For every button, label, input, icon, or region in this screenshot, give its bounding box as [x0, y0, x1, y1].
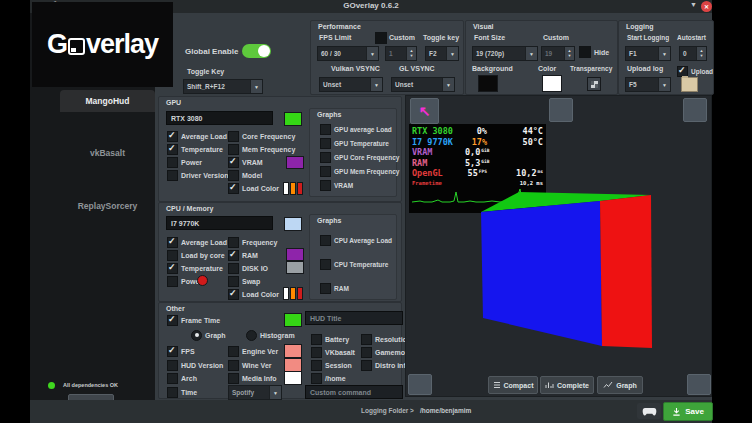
radio-button[interactable] [191, 330, 202, 341]
radio-button[interactable] [246, 330, 257, 341]
gpu-name-input[interactable] [166, 111, 273, 125]
fps-limit-select[interactable]: 60 / 30 ▼ [317, 46, 379, 61]
checkbox[interactable] [167, 387, 178, 398]
checkbox[interactable] [320, 180, 331, 191]
checkbox[interactable] [228, 144, 239, 155]
checkbox[interactable] [228, 131, 239, 142]
gpu-color-swatch[interactable] [284, 112, 302, 126]
other-check-distro-info[interactable]: Distro info [361, 360, 410, 370]
checkbox[interactable] [228, 183, 239, 194]
cpu-check-disk-io[interactable]: DISK IO [228, 263, 268, 273]
gpu-check-mem-frequency[interactable]: Mem Frequency [228, 144, 295, 154]
checkbox[interactable] [167, 360, 178, 371]
cpu-graph-temperature[interactable]: CPU Temperature [320, 259, 388, 269]
position-bottom-left-button[interactable] [408, 374, 432, 395]
compact-mode-button[interactable]: Compact [488, 376, 538, 394]
other-check-home[interactable]: /home [311, 373, 346, 383]
start-logging-select[interactable]: F1 ▼ [625, 46, 671, 61]
logging-folder-label[interactable]: Logging Folder > [361, 407, 414, 414]
load-color-mid[interactable] [290, 287, 296, 300]
checkbox[interactable] [320, 235, 331, 246]
load-color-low[interactable] [283, 287, 289, 300]
other-check-hud-version[interactable]: HUD Version [167, 360, 223, 370]
checkbox[interactable] [167, 263, 178, 274]
gpu-graph-temperature[interactable]: GPU Temperature [320, 138, 389, 148]
checkbox[interactable] [320, 152, 331, 163]
checkbox[interactable] [677, 66, 688, 77]
other-check-battery[interactable]: Battery [311, 334, 349, 344]
other-check-vkbasalt[interactable]: VKbasalt [311, 347, 355, 357]
gpu-check-vram[interactable]: VRAM [228, 157, 263, 167]
checkbox[interactable] [228, 360, 239, 371]
wine-ver-color-swatch[interactable] [284, 358, 302, 372]
gpu-graph-average-load[interactable]: GPU average Load [320, 124, 392, 134]
upload-checkbox-row[interactable]: Upload [677, 66, 713, 76]
load-color-mid[interactable] [290, 182, 296, 195]
vulkan-vsync-select[interactable]: Unset ▼ [319, 77, 383, 92]
gpu-graph-core-frequency[interactable]: GPU Core Frequency [320, 152, 399, 162]
checkbox[interactable] [320, 283, 331, 294]
position-top-left-button[interactable]: ↖ [410, 98, 439, 124]
gamepad-button[interactable] [637, 403, 661, 419]
gl-vsync-select[interactable]: Unset ▼ [391, 77, 455, 92]
gpu-graph-mem-frequency[interactable]: GPU Mem Frequency [320, 166, 399, 176]
gpu-check-power[interactable]: Power [167, 157, 202, 167]
cpu-check-load-color[interactable]: Load Color [228, 289, 279, 299]
cpu-name-input[interactable] [166, 216, 273, 230]
checkbox[interactable] [228, 237, 239, 248]
media-info-color-swatch[interactable] [284, 371, 302, 385]
sidebar-item-vkbasalt[interactable]: vkBasalt [60, 146, 155, 160]
complete-mode-button[interactable]: Complete [540, 376, 594, 394]
other-check-engine-ver[interactable]: Engine Ver [228, 346, 278, 356]
other-check-wine-ver[interactable]: Wine Ver [228, 360, 272, 370]
checkbox[interactable] [228, 276, 239, 287]
other-check-time[interactable]: Time [167, 387, 197, 397]
checkbox[interactable] [167, 346, 178, 357]
checkbox[interactable] [167, 315, 178, 326]
global-enable-toggle[interactable] [242, 44, 271, 58]
cpu-check-average-load[interactable]: Average Load [167, 237, 227, 247]
stepper-arrows[interactable]: ▲▼ [696, 47, 706, 60]
ram-color-swatch[interactable] [286, 248, 304, 261]
cpu-load-color-swatches[interactable] [283, 287, 303, 300]
sidebar-item-mangohud[interactable]: MangoHud [60, 90, 155, 112]
position-top-right-button[interactable] [683, 98, 707, 122]
other-check-session[interactable]: Session [311, 360, 352, 370]
stepper-arrows[interactable]: ▲▼ [564, 47, 574, 60]
checkbox[interactable] [228, 289, 239, 300]
chevron-down-icon[interactable]: ▼ [690, 1, 697, 8]
checkbox[interactable] [361, 334, 372, 345]
folder-button[interactable] [681, 77, 698, 92]
checkbox[interactable] [320, 166, 331, 177]
sidebar-item-replaysorcery[interactable]: ReplaySorcery [60, 199, 155, 213]
other-check-fps[interactable]: FPS [167, 346, 195, 356]
other-check-arch[interactable]: Arch [167, 373, 197, 383]
cpu-check-temperature[interactable]: Temperature [167, 263, 223, 273]
stepper-arrows[interactable]: ▲▼ [406, 47, 416, 60]
gpu-check-driver-version[interactable]: Driver Version [167, 170, 228, 180]
checkbox[interactable] [311, 347, 322, 358]
cpu-color-swatch[interactable] [284, 217, 302, 231]
frame-time-checkbox-row[interactable]: Frame Time [167, 315, 220, 325]
cpu-power-color-swatch[interactable] [197, 275, 208, 286]
transparency-button[interactable] [587, 77, 601, 91]
load-color-low[interactable] [283, 182, 289, 195]
cpu-check-frequency[interactable]: Frequency [228, 237, 277, 247]
cpu-check-load-by-core[interactable]: Load by core [167, 250, 225, 260]
checkbox[interactable] [228, 170, 239, 181]
media-source-select[interactable]: Spotify ▼ [228, 385, 282, 400]
upload-log-select[interactable]: F5 ▼ [625, 77, 671, 92]
other-check-resolution[interactable]: Resolution [361, 334, 411, 344]
checkbox[interactable] [311, 334, 322, 345]
checkbox[interactable] [320, 124, 331, 135]
cpu-graph-ram[interactable]: RAM [320, 283, 349, 293]
custom-fps-stepper[interactable]: 1 ▲▼ [385, 46, 417, 61]
checkbox[interactable] [228, 373, 239, 384]
gpu-check-temperature[interactable]: Temperature [167, 144, 223, 154]
checkbox[interactable] [167, 373, 178, 384]
text-color-swatch[interactable] [542, 75, 562, 92]
cpu-check-swap[interactable]: Swap [228, 276, 260, 286]
cpu-check-ram[interactable]: RAM [228, 250, 258, 260]
graph-radio-row[interactable]: Graph [191, 330, 226, 340]
checkbox[interactable] [167, 157, 178, 168]
